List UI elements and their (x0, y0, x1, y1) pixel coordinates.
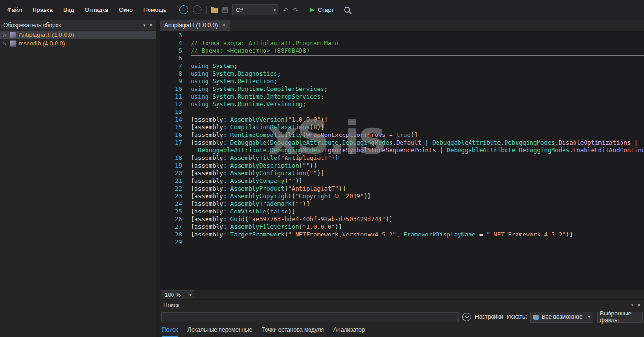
search-scope-select[interactable]: Всё возможное ▾ (530, 312, 593, 323)
code-text[interactable]: DebuggableAttribute.DebuggingModes.Ignor… (191, 146, 644, 154)
code-text[interactable]: // Время: <Неизвестно> (88F0B4D8) (191, 47, 310, 55)
tab-close-icon[interactable]: × (222, 22, 226, 28)
code-line: 24[assembly: AssemblyTrademark("")] (160, 200, 644, 208)
code-text[interactable]: [assembly: ComVisible(false)] (191, 208, 295, 215)
code-text[interactable]: [assembly: RuntimeCompatibility(WrapNonE… (191, 131, 418, 139)
tree-item-0[interactable]: ▷AntiplagiatT (1.0.0.0) (0, 31, 156, 39)
code-text[interactable]: [assembly: AssemblyTrademark("")] (191, 200, 310, 208)
line-number: 14 (160, 116, 191, 124)
code-text[interactable]: // Точка входа: AntiplagiatT.Program.Mai… (191, 39, 339, 47)
chevron-down-icon[interactable]: ▾ (143, 23, 146, 28)
code-text[interactable]: [assembly: AssemblyTitle("AntiplagiatT")… (191, 154, 339, 162)
code-text[interactable]: [assembly: Debuggable(DebuggableAttribut… (191, 139, 638, 146)
code-text[interactable]: using System.Runtime.Versioning; (191, 101, 306, 108)
code-text[interactable]: [assembly: AssemblyFileVersion("1.0.0.0"… (191, 223, 342, 231)
play-icon (310, 7, 314, 13)
code-text[interactable]: [assembly: AssemblyCompany("")] (191, 177, 302, 185)
file-filter-value: Выбранные файлы (600, 310, 642, 324)
code-text[interactable] (191, 55, 644, 62)
zoom-selector[interactable]: 100 % (161, 290, 187, 299)
menu-item-0[interactable]: Файл (2, 0, 27, 20)
toolbar: ← → C# ▾ ↶ ↷ Старт (179, 4, 350, 15)
undo-icon[interactable]: ↶ (283, 6, 288, 14)
close-icon[interactable]: × (149, 22, 153, 28)
menubar: ФайлПравкаВидОтладкаОкноПомощь ← → C# ▾ … (0, 0, 644, 20)
bottom-tab-0[interactable]: Поиск (162, 324, 178, 337)
line-number: 11 (160, 93, 191, 101)
navigate-forward-icon[interactable]: → (193, 5, 202, 14)
code-line: 23[assembly: AssemblyCopyright("Copyrigh… (160, 192, 644, 200)
line-number: 13 (160, 108, 191, 116)
code-text[interactable]: using System; (191, 62, 238, 70)
navigate-back-icon[interactable]: ← (179, 5, 188, 14)
editor-column: AntiplagiatT (1.0.0.0) × 34// Точка вход… (160, 20, 644, 337)
tree-item-1[interactable]: ▷mscorlib (4.0.0.0) (0, 39, 156, 48)
search-controls-row: Настройки Искать: Всё возможное ▾ Выбран… (160, 310, 644, 324)
line-number: 10 (160, 85, 191, 93)
bottom-tab-2[interactable]: Точки останова модуля (262, 324, 324, 337)
close-icon[interactable]: × (637, 302, 641, 308)
bottom-tab-3[interactable]: Анализатор (334, 324, 365, 337)
start-debug-button[interactable]: Старт (308, 7, 336, 13)
menu-item-3[interactable]: Отладка (80, 0, 114, 20)
menu-item-2[interactable]: Вид (58, 0, 80, 20)
code-line: 18[assembly: AssemblyTitle("AntiplagiatT… (160, 154, 644, 162)
code-text[interactable]: [assembly: TargetFramework(".NETFramewor… (191, 231, 573, 238)
menu-item-4[interactable]: Окно (114, 0, 138, 20)
search-panel-title: Поиск (163, 302, 627, 309)
chevron-down-icon[interactable]: ▾ (271, 5, 278, 15)
open-folder-icon[interactable] (211, 8, 218, 13)
line-number: 27 (160, 223, 191, 231)
tab-antiplagiatt[interactable]: AntiplagiatT (1.0.0.0) × (160, 20, 230, 31)
search-panel: Поиск ▾ × Настройки Искать: Всё возможно… (160, 299, 644, 337)
code-text[interactable]: using System.Reflection; (191, 78, 277, 85)
language-selector-value: C# (236, 7, 243, 13)
bottom-tool-tabs: ПоискЛокальные переменныеТочки останова … (160, 324, 644, 337)
code-text[interactable]: [assembly: AssemblyCopyright("Copyright … (191, 192, 371, 200)
line-number: 17 (160, 139, 191, 146)
code-text[interactable]: [assembly: CompilationRelaxations(8)] (191, 124, 324, 131)
code-line: 21[assembly: AssemblyCompany("")] (160, 177, 644, 185)
line-number: 19 (160, 162, 191, 169)
line-number: 25 (160, 208, 191, 215)
assembly-tree: ▷AntiplagiatT (1.0.0.0)▷mscorlib (4.0.0.… (0, 30, 156, 337)
line-number: 23 (160, 192, 191, 200)
save-icon[interactable] (222, 7, 228, 13)
code-line: DebuggableAttribute.DebuggingModes.Ignor… (160, 146, 644, 154)
code-line: 3 (160, 32, 644, 39)
line-number (160, 146, 191, 154)
settings-label[interactable]: Настройки (475, 314, 503, 320)
file-filter-select[interactable]: Выбранные файлы (597, 312, 643, 323)
menu-item-1[interactable]: Правка (27, 0, 58, 20)
code-text[interactable]: [assembly: Guid("ae397763-bde4-40bf-98ab… (191, 215, 392, 223)
expander-icon[interactable]: ▷ (2, 33, 7, 37)
code-text[interactable]: using System.Runtime.InteropServices; (191, 93, 324, 101)
code-text[interactable]: [assembly: AssemblyProduct("AntiplagiatT… (191, 185, 346, 192)
search-icon[interactable] (344, 7, 350, 13)
code-text[interactable]: [assembly: AssemblyVersion("1.0.0.0")] (191, 116, 328, 124)
expander-icon[interactable]: ▷ (2, 41, 7, 46)
code-text[interactable]: using System.Diagnostics; (191, 70, 281, 78)
code-line: 15[assembly: CompilationRelaxations(8)] (160, 124, 644, 131)
editor-status-bar: 100 % ▾ (160, 290, 644, 299)
code-editor: 34// Точка входа: AntiplagiatT.Program.M… (160, 31, 644, 290)
code-line: 25[assembly: ComVisible(false)] (160, 208, 644, 215)
toolbar-separator (303, 6, 303, 14)
search-panel-header: Поиск ▾ × (160, 300, 644, 310)
start-label: Старт (318, 7, 334, 13)
code-text[interactable]: using System.Runtime.CompilerServices; (191, 85, 328, 93)
tab-strip: AntiplagiatT (1.0.0.0) × (160, 20, 644, 31)
search-input[interactable] (161, 312, 459, 322)
code-line: 11using System.Runtime.InteropServices; (160, 93, 644, 101)
redo-icon[interactable]: ↷ (293, 6, 299, 14)
code-text[interactable]: [assembly: AssemblyConfiguration("")] (191, 169, 324, 177)
chevron-down-icon[interactable]: ▾ (187, 290, 194, 299)
code-text[interactable]: [assembly: AssemblyDescription("")] (191, 162, 317, 169)
bottom-tab-1[interactable]: Локальные переменные (187, 324, 252, 337)
code-line: 19[assembly: AssemblyDescription("")] (160, 162, 644, 169)
settings-icon[interactable] (462, 313, 471, 321)
language-selector[interactable]: C# ▾ (232, 4, 278, 15)
chevron-down-icon[interactable]: ▾ (631, 303, 633, 308)
menu-item-5[interactable]: Помощь (138, 0, 172, 20)
chevron-down-icon[interactable]: ▾ (586, 312, 593, 322)
